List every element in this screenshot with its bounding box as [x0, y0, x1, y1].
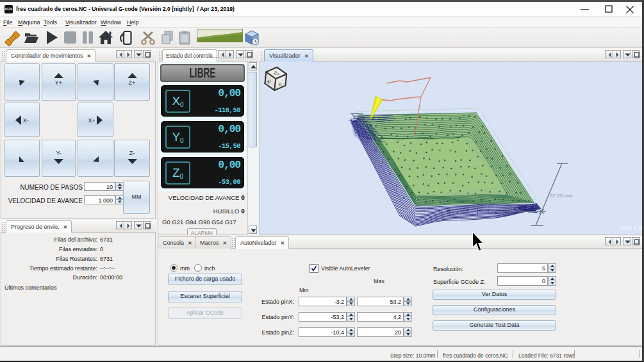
svg-text:FPS: 5.87: FPS: 5.87	[619, 225, 642, 231]
svg-text:52,25 mm: 52,25 mm	[550, 193, 573, 199]
